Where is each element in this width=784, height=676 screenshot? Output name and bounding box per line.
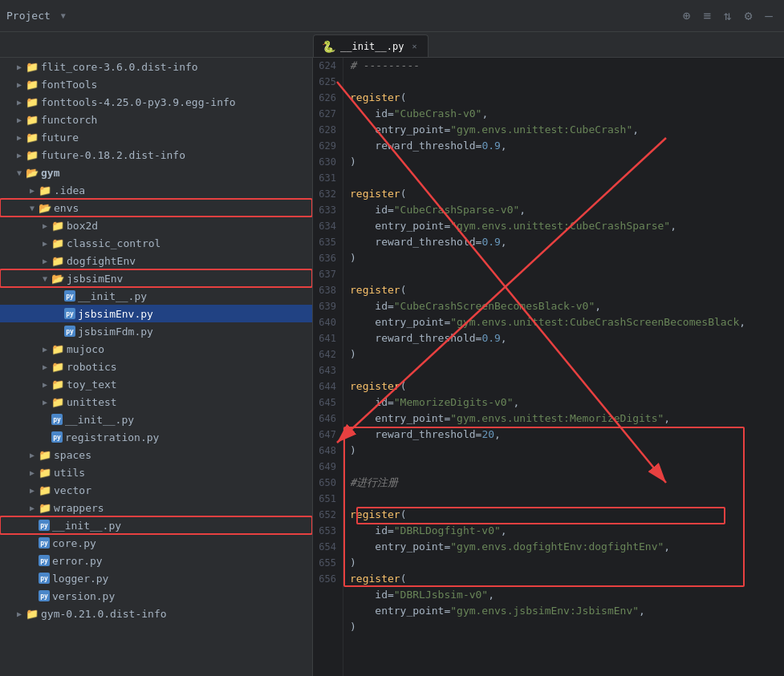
sidebar-item-robotics[interactable]: ▶ 📁 robotics	[0, 358, 312, 375]
code-line-647: reward_threshold=20,	[350, 427, 778, 443]
sidebar-item-idea[interactable]: ▶ 📁 .idea	[0, 181, 312, 199]
sidebar-item-classic-control[interactable]: ▶ 📁 classic_control	[0, 234, 312, 252]
code-line-635: reward_threshold=0.9,	[350, 234, 778, 250]
code-line-656: register(	[350, 571, 778, 587]
sidebar: ▶ 📁 flit_core-3.6.0.dist-info ▶ 📁 fontTo…	[0, 58, 313, 676]
code-line-632: register(	[350, 186, 778, 202]
code-line-658: entry_point="gym.envs.jsbsimEnv:JsbismEn…	[350, 603, 778, 619]
code-line-624: # ---------	[350, 58, 778, 74]
code-line-655: )	[350, 555, 778, 571]
folder-icon: 📁	[39, 184, 51, 196]
sidebar-item-envs-init[interactable]: ▶ py __init__.py	[0, 411, 312, 428]
code-line-644: register(	[350, 378, 778, 395]
sidebar-item-wrappers[interactable]: ▶ 📁 wrappers	[0, 499, 312, 516]
sidebar-item-toy-text[interactable]: ▶ 📁 toy_text	[0, 375, 312, 393]
folder-icon: 📁	[26, 78, 39, 91]
tab-close-button[interactable]: ✕	[408, 41, 420, 52]
folder-icon: 📁	[26, 60, 39, 73]
chevron-right-icon: ▶	[13, 113, 26, 126]
folder-open-icon: 📂	[26, 166, 39, 179]
code-line-654: entry_point="gym.envs.dogfightEnv:dogfig…	[350, 539, 778, 555]
sidebar-item-fonttools[interactable]: ▶ 📁 fontTools	[0, 75, 312, 93]
folder-icon: 📁	[51, 254, 64, 267]
item-label: spaces	[54, 449, 91, 461]
code-line-650: #进行注册	[350, 475, 778, 491]
sidebar-item-future-dist[interactable]: ▶ 📁 future-0.18.2.dist-info	[0, 146, 312, 164]
folder-icon: 📁	[51, 219, 64, 232]
item-label: mujoco	[67, 343, 104, 355]
sidebar-item-jsbsimenv-init[interactable]: ▶ py __init__.py	[0, 287, 312, 305]
add-icon[interactable]: ⊕	[678, 5, 696, 26]
py-file-icon: py	[39, 537, 50, 548]
code-line-631	[350, 170, 778, 186]
code-lines-container: # --------- register( id="CubeCrash-v0",…	[343, 58, 784, 676]
project-chevron[interactable]: ▼	[57, 10, 70, 22]
sidebar-item-fonttools-pkg[interactable]: ▶ 📁 fonttools-4.25.0-py3.9.egg-info	[0, 93, 312, 111]
sidebar-item-jsbsimenv-py[interactable]: ▶ py jsbsimEnv.py	[0, 305, 312, 322]
sidebar-item-vector[interactable]: ▶ 📁 vector	[0, 481, 312, 499]
code-line-625	[350, 74, 778, 90]
code-line-626: register(	[350, 90, 778, 106]
sidebar-item-logger-py[interactable]: ▶ py logger.py	[0, 569, 312, 587]
sidebar-item-registration-py[interactable]: ▶ py registration.py	[0, 428, 312, 446]
sidebar-item-jsbsimfdm-py[interactable]: ▶ py jsbsimFdm.py	[0, 322, 312, 340]
chevron-right-icon: ▶	[26, 448, 39, 461]
sidebar-item-gym-dist[interactable]: ▶ 📁 gym-0.21.0.dist-info	[0, 605, 312, 622]
sidebar-item-envs[interactable]: ▼ 📂 envs	[0, 199, 312, 217]
code-line-634: entry_point="gym.envs.unittest:CubeCrash…	[350, 218, 778, 234]
sidebar-item-gym-init[interactable]: ▶ py __init__.py	[0, 516, 312, 534]
code-line-651	[350, 491, 778, 507]
chevron-right-icon: ▶	[26, 501, 39, 514]
py-file-icon: py	[39, 520, 50, 531]
sidebar-item-unittest[interactable]: ▶ 📁 unittest	[0, 393, 312, 411]
item-label: logger.py	[52, 573, 108, 585]
sidebar-item-flit-core[interactable]: ▶ 📁 flit_core-3.6.0.dist-info	[0, 58, 312, 75]
top-bar: Project ▼ ⊕ ≡ ⇅ ⚙ —	[0, 0, 784, 32]
item-label: gym-0.21.0.dist-info	[41, 608, 167, 620]
item-label: gym	[41, 167, 59, 179]
sidebar-item-box2d[interactable]: ▶ 📁 box2d	[0, 217, 312, 234]
sidebar-item-mujoco[interactable]: ▶ 📁 mujoco	[0, 340, 312, 358]
code-line-629: reward_threshold=0.9,	[350, 138, 778, 154]
code-line-640: entry_point="gym.envs.unittest:CubeCrash…	[350, 314, 778, 330]
sidebar-item-functorch[interactable]: ▶ 📁 functorch	[0, 111, 312, 128]
sort-icon[interactable]: ⇅	[719, 5, 737, 26]
settings-icon[interactable]: ⚙	[740, 5, 758, 26]
item-label: envs	[54, 202, 79, 214]
list-icon[interactable]: ≡	[698, 5, 716, 26]
py-file-icon: py	[64, 308, 75, 319]
folder-open-icon: 📂	[51, 272, 64, 285]
main-area: ▶ 📁 flit_core-3.6.0.dist-info ▶ 📁 fontTo…	[0, 58, 784, 676]
tab-init-py[interactable]: 🐍 __init__.py ✕	[313, 34, 429, 57]
sidebar-item-dogfightenv[interactable]: ▶ 📁 dogfightEnv	[0, 252, 312, 269]
folder-icon: 📁	[51, 360, 64, 373]
sidebar-item-gym[interactable]: ▼ 📂 gym	[0, 164, 312, 181]
folder-icon: 📁	[39, 484, 51, 496]
item-label: toy_text	[67, 378, 117, 391]
item-label: fontTools	[41, 79, 97, 91]
item-label: flit_core-3.6.0.dist-info	[41, 61, 198, 73]
folder-icon: 📁	[51, 395, 64, 408]
sidebar-item-future[interactable]: ▶ 📁 future	[0, 128, 312, 146]
chevron-right-icon: ▶	[39, 237, 51, 249]
item-label: robotics	[67, 361, 117, 373]
minimize-icon[interactable]: —	[760, 5, 778, 26]
sidebar-item-error-py[interactable]: ▶ py error.py	[0, 552, 312, 569]
sidebar-item-utils[interactable]: ▶ 📁 utils	[0, 463, 312, 481]
code-line-630: )	[350, 154, 778, 170]
code-line-659: )	[350, 619, 778, 635]
chevron-right-icon: ▶	[39, 342, 51, 355]
chevron-down-icon: ▼	[39, 272, 51, 285]
code-line-628: entry_point="gym.envs.unittest:CubeCrash…	[350, 122, 778, 138]
folder-icon: 📁	[39, 501, 51, 514]
sidebar-item-spaces[interactable]: ▶ 📁 spaces	[0, 446, 312, 463]
code-editor[interactable]: 624 625 626 627 628 629 630 631 632 633 …	[313, 58, 784, 676]
item-label: jsbsimEnv	[67, 273, 123, 285]
item-label: jsbsimEnv.py	[78, 308, 153, 320]
sidebar-item-jsbsimenv[interactable]: ▼ 📂 jsbsimEnv	[0, 269, 312, 287]
code-line-627: id="CubeCrash-v0",	[350, 106, 778, 122]
folder-icon: 📁	[26, 113, 39, 126]
sidebar-item-core-py[interactable]: ▶ py core.py	[0, 534, 312, 552]
chevron-right-icon: ▶	[13, 60, 26, 73]
sidebar-item-version-py[interactable]: ▶ py version.py	[0, 587, 312, 605]
